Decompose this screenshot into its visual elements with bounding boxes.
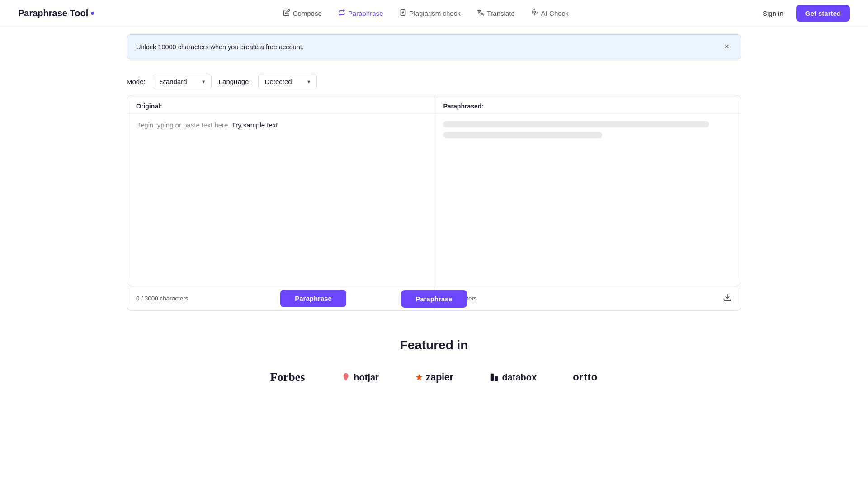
ortto-label: ortto — [573, 371, 598, 383]
controls-bar: Mode: Standard Fluency Formal Academic S… — [0, 66, 868, 95]
original-pane: Original: Begin typing or paste text her… — [127, 95, 434, 286]
banner-close-button[interactable]: × — [722, 41, 732, 52]
paraphrased-label: Paraphrased: — [443, 103, 484, 110]
compose-icon — [283, 9, 290, 18]
nav-plagiarism-label: Plagiarism check — [409, 9, 460, 17]
nav-paraphrase[interactable]: Paraphrase — [332, 5, 390, 21]
header-right: Sign in Get started — [757, 5, 850, 22]
logo[interactable]: Paraphrase Tool — [18, 8, 94, 19]
banner-text: Unlock 10000 characters when you create … — [136, 43, 304, 51]
header: Paraphrase Tool Compose Paraphrase Plagi… — [0, 0, 868, 27]
brand-zapier: zapier — [415, 371, 453, 383]
svg-point-4 — [534, 11, 536, 13]
zapier-label: zapier — [426, 371, 453, 383]
svg-rect-7 — [491, 374, 494, 381]
nav-translate-label: Translate — [487, 9, 515, 17]
paraphrase-btn-container: Paraphrase — [401, 290, 467, 308]
logo-text: Paraphrase Tool — [18, 8, 88, 19]
brand-databox: databox — [489, 372, 537, 383]
placeholder-text: Begin typing or paste text here. Try sam… — [136, 121, 278, 129]
language-label: Language: — [219, 78, 251, 85]
nav-compose[interactable]: Compose — [277, 5, 328, 21]
nav-paraphrase-label: Paraphrase — [348, 9, 383, 17]
editor-container: Original: Begin typing or paste text her… — [127, 95, 741, 286]
databox-icon — [489, 372, 499, 382]
brand-logos: Forbes hotjar zapier databox ortto — [0, 371, 868, 384]
skeleton-line-1 — [443, 121, 709, 127]
plagiarism-icon — [399, 9, 406, 18]
paraphrased-body — [434, 114, 741, 286]
paraphrased-pane: Paraphrased: — [434, 95, 741, 286]
promo-banner: Unlock 10000 characters when you create … — [127, 34, 741, 59]
nav-translate[interactable]: Translate — [471, 5, 521, 21]
paraphrased-footer: 0 characters — [434, 286, 741, 310]
char-count: 0 / 3000 characters — [136, 295, 189, 302]
download-icon[interactable] — [723, 293, 732, 304]
zapier-icon — [415, 373, 423, 381]
forbes-label: Forbes — [270, 371, 305, 384]
nav-plagiarism[interactable]: Plagiarism check — [393, 5, 467, 21]
original-body[interactable]: Begin typing or paste text here. Try sam… — [127, 114, 434, 286]
original-label: Original: — [136, 103, 162, 110]
aicheck-icon — [531, 9, 538, 18]
brand-forbes: Forbes — [270, 371, 305, 384]
brand-ortto: ortto — [573, 371, 598, 383]
nav-compose-label: Compose — [293, 9, 322, 17]
paraphrased-header: Paraphrased: — [434, 95, 741, 114]
brand-hotjar: hotjar — [341, 372, 379, 383]
paraphrase-button[interactable]: Paraphrase — [280, 290, 346, 307]
original-footer: 0 / 3000 characters Paraphrase — [127, 286, 434, 310]
get-started-button[interactable]: Get started — [796, 5, 850, 22]
language-select[interactable]: Detected English Spanish French German I… — [258, 74, 317, 89]
original-header: Original: — [127, 95, 434, 114]
paraphrase-icon — [338, 9, 345, 18]
placeholder-main: Begin typing or paste text here. — [136, 121, 232, 129]
mode-label: Mode: — [127, 78, 146, 85]
databox-label: databox — [502, 372, 537, 383]
sample-text-link[interactable]: Try sample text — [232, 121, 278, 129]
paraphrase-button-main[interactable]: Paraphrase — [401, 290, 467, 308]
hotjar-label: hotjar — [354, 372, 379, 383]
mode-select[interactable]: Standard Fluency Formal Academic Simple … — [153, 74, 212, 89]
sign-in-link[interactable]: Sign in — [757, 6, 789, 21]
svg-rect-8 — [495, 376, 498, 381]
nav-aicheck-label: AI Check — [541, 9, 569, 17]
featured-title: Featured in — [0, 338, 868, 352]
nav-aicheck[interactable]: AI Check — [525, 5, 575, 21]
language-select-wrapper: Detected English Spanish French German I… — [258, 74, 317, 89]
translate-icon — [477, 9, 484, 18]
navigation: Compose Paraphrase Plagiarism check Tran… — [277, 5, 575, 21]
logo-dot — [91, 12, 94, 15]
featured-section: Featured in Forbes hotjar zapier databox — [0, 311, 868, 402]
skeleton-line-2 — [443, 132, 602, 138]
hotjar-icon — [341, 372, 351, 382]
mode-select-wrapper: Standard Fluency Formal Academic Simple … — [153, 74, 212, 89]
